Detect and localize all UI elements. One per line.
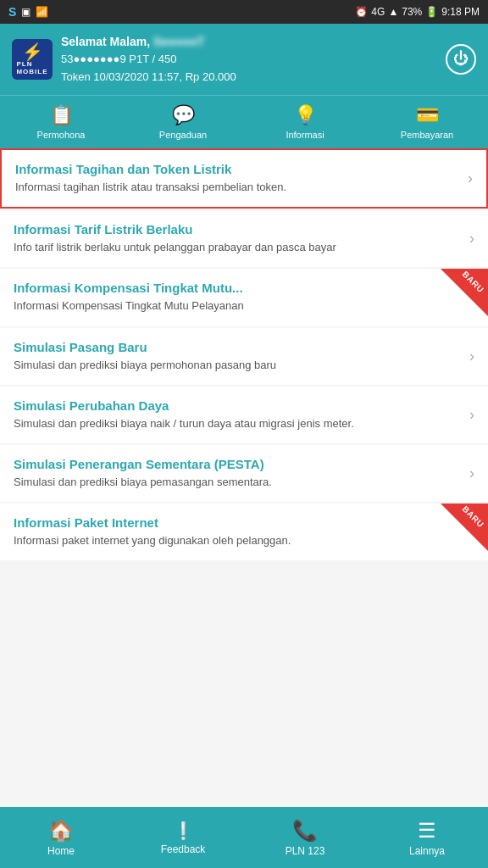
status-left: S ▣ 📶: [8, 5, 48, 19]
list-item-simulasi-daya-title: Simulasi Perubahan Daya: [14, 398, 461, 413]
list-item-tagihan-token-title: Informasi Tagihan dan Token Listrik: [15, 162, 459, 176]
wifi-icon: 📶: [36, 6, 48, 18]
chat-icon: 💬: [172, 104, 195, 126]
tab-informasi-label: Informasi: [286, 130, 324, 140]
list-item-simulasi-pesta-desc: Simulasi dan prediksi biaya pemasangan s…: [14, 475, 461, 490]
list-item-simulasi-pasang-desc: Simulasi dan prediksi biaya permohonan p…: [14, 358, 461, 373]
chevron-icon: ›: [468, 170, 473, 187]
app-header: ⚡ PLNMOBILE Selamat Malam, S●●●●●T 53●●●…: [0, 24, 488, 95]
list-item-paket-internet-title: Informasi Paket Internet: [14, 515, 466, 530]
pln-bolt-icon: ⚡: [22, 43, 43, 60]
baru-badge: BARU: [441, 269, 488, 316]
list-item-simulasi-pasang-title: Simulasi Pasang Baru: [14, 340, 461, 354]
list-item-tarif-listrik-title: Informasi Tarif Listrik Berlaku: [14, 222, 461, 236]
list-item-paket-internet-desc: Informasi paket internet yang digunakan …: [14, 533, 466, 548]
bottom-nav-lainnya-label: Lainnya: [409, 845, 445, 857]
tab-permohona-label: Permohona: [37, 130, 86, 140]
bottom-nav-pln123[interactable]: 📞 PLN 123: [244, 807, 366, 868]
battery-percent: 73%: [402, 6, 422, 18]
nav-tabs: 📋 Permohona 💬 Pengaduan 💡 Informasi 💳 Pe…: [0, 95, 488, 148]
list-item-tarif-listrik-text: Informasi Tarif Listrik Berlaku Info tar…: [14, 222, 469, 255]
list-item-kompensasi[interactable]: Informasi Kompensasi Tingkat Mutu... Inf…: [0, 269, 488, 326]
greeting-text: Selamat Malam, S●●●●●T: [61, 32, 236, 51]
list-item-tagihan-token-desc: Informasi tagihan listrik atau transaksi…: [15, 180, 459, 195]
baru-label-internet: BARU: [461, 504, 486, 530]
list-item-kompensasi-title: Informasi Kompensasi Tingkat Mutu...: [14, 281, 466, 295]
token-info: Token 10/03/2020 11:57, Rp 20.000: [61, 69, 236, 86]
list-item-simulasi-daya[interactable]: Simulasi Perubahan Daya Simulasi dan pre…: [0, 387, 488, 443]
battery-icon: 🔋: [425, 6, 438, 18]
pln-logo: ⚡ PLNMOBILE: [12, 39, 53, 80]
list-item-simulasi-pesta-title: Simulasi Penerangan Sementara (PESTA): [14, 457, 461, 471]
bottom-nav-home-label: Home: [47, 845, 75, 857]
list-item-tagihan-token[interactable]: Informasi Tagihan dan Token Listrik Info…: [0, 148, 488, 209]
baru-badge-internet: BARU: [441, 504, 488, 551]
chevron-icon: ›: [469, 230, 474, 248]
list-item-tarif-listrik-desc: Info tarif listrik berlaku untuk pelangg…: [14, 240, 461, 255]
bottom-nav-lainnya[interactable]: ☰ Lainnya: [366, 807, 488, 868]
list-item-paket-internet[interactable]: Informasi Paket Internet Informasi paket…: [0, 504, 488, 560]
phone-icon: 📞: [292, 819, 318, 843]
pln-logo-text: PLNMOBILE: [16, 60, 47, 75]
app-icon-s: S: [8, 5, 16, 19]
tab-pembayaran[interactable]: 💳 Pembayaran: [366, 96, 488, 148]
bottom-nav-home[interactable]: 🏠 Home: [0, 807, 122, 868]
screenshot-icon: ▣: [21, 6, 30, 18]
tab-pengaduan[interactable]: 💬 Pengaduan: [122, 96, 244, 148]
list-item-kompensasi-text: Informasi Kompensasi Tingkat Mutu... Inf…: [14, 281, 474, 314]
chevron-icon: ›: [469, 465, 474, 482]
tab-pembayaran-label: Pembayaran: [401, 130, 453, 140]
list-item-simulasi-pasang[interactable]: Simulasi Pasang Baru Simulasi dan predik…: [0, 328, 488, 385]
baru-label: BARU: [461, 270, 486, 295]
clipboard-icon: 📋: [50, 104, 73, 126]
list-item-kompensasi-desc: Informasi Kompensasi Tingkat Mutu Pelaya…: [14, 298, 466, 314]
tab-permohona[interactable]: 📋 Permohona: [0, 96, 122, 148]
list-item-tarif-listrik[interactable]: Informasi Tarif Listrik Berlaku Info tar…: [0, 210, 488, 267]
bottom-nav-feedback[interactable]: ❕ Feedback: [122, 807, 244, 868]
header-info: Selamat Malam, S●●●●●T 53●●●●●●●9 P1T / …: [61, 32, 236, 86]
tab-pengaduan-label: Pengaduan: [159, 130, 207, 140]
status-bar: S ▣ 📶 ⏰ 4G ▲ 73% 🔋 9:18 PM: [0, 0, 488, 24]
account-info: 53●●●●●●●9 P1T / 450: [61, 51, 236, 69]
list-item-simulasi-daya-text: Simulasi Perubahan Daya Simulasi dan pre…: [14, 398, 469, 431]
bottom-nav-feedback-label: Feedback: [161, 843, 206, 855]
list-item-paket-internet-text: Informasi Paket Internet Informasi paket…: [14, 515, 474, 548]
feedback-icon: ❕: [173, 821, 194, 841]
alarm-icon: ⏰: [355, 6, 368, 18]
chevron-icon: ›: [469, 348, 474, 365]
signal-icon: ▲: [388, 6, 398, 18]
list-item-tagihan-token-text: Informasi Tagihan dan Token Listrik Info…: [15, 162, 468, 195]
content-area: Informasi Tagihan dan Token Listrik Info…: [0, 148, 488, 630]
list-item-simulasi-pasang-text: Simulasi Pasang Baru Simulasi dan predik…: [14, 340, 469, 373]
list-item-simulasi-daya-desc: Simulasi dan prediksi biaya naik / turun…: [14, 416, 461, 431]
clock: 9:18 PM: [441, 6, 480, 18]
menu-icon: ☰: [418, 819, 436, 843]
network-type: 4G: [371, 6, 385, 18]
header-left: ⚡ PLNMOBILE Selamat Malam, S●●●●●T 53●●●…: [12, 32, 236, 86]
chevron-icon: ›: [469, 406, 474, 424]
tab-informasi[interactable]: 💡 Informasi: [244, 96, 366, 148]
home-icon: 🏠: [48, 819, 74, 843]
bulb-icon: 💡: [294, 104, 317, 126]
card-icon: 💳: [416, 104, 439, 126]
list-item-simulasi-pesta[interactable]: Simulasi Penerangan Sementara (PESTA) Si…: [0, 445, 488, 502]
list-item-simulasi-pesta-text: Simulasi Penerangan Sementara (PESTA) Si…: [14, 457, 469, 490]
bottom-nav: 🏠 Home ❕ Feedback 📞 PLN 123 ☰ Lainnya: [0, 807, 488, 868]
bottom-nav-pln123-label: PLN 123: [286, 845, 325, 857]
power-button[interactable]: ⏻: [446, 44, 476, 75]
status-right: ⏰ 4G ▲ 73% 🔋 9:18 PM: [355, 6, 480, 18]
